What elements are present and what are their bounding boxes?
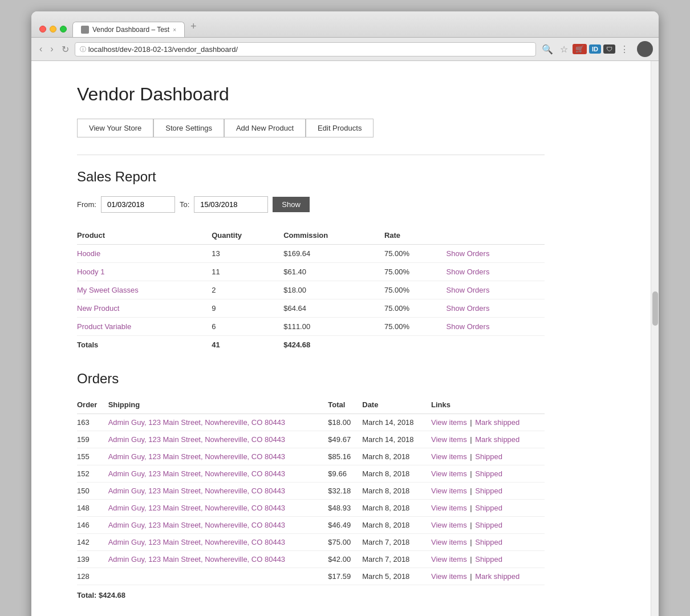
tab-title: Vendor Dashboard – Test [92, 26, 169, 34]
link-separator: | [470, 555, 474, 564]
sales-quantity: 13 [212, 245, 283, 263]
sales-product-name[interactable]: Product Variable [77, 318, 212, 336]
link-separator: | [470, 538, 474, 546]
sales-action[interactable]: Show Orders [447, 281, 545, 299]
order-number: 159 [77, 431, 108, 448]
view-items-link[interactable]: View items [431, 435, 467, 444]
order-number: 163 [77, 414, 108, 431]
sales-rate: 75.00% [384, 318, 447, 336]
sales-table-row: My Sweet Glasses 2 $18.00 75.00% Show Or… [77, 281, 545, 299]
browser-titlebar: Vendor Dashboard – Test × + [31, 11, 659, 38]
sales-commission: $169.64 [283, 245, 384, 263]
minimize-button[interactable] [50, 26, 56, 33]
order-total: $17.59 [328, 568, 362, 585]
view-store-button[interactable]: View Your Store [77, 119, 153, 137]
mark-shipped-link[interactable]: Mark shipped [475, 435, 519, 444]
traffic-lights [39, 26, 67, 37]
view-items-link[interactable]: View items [431, 418, 467, 427]
scrollbar-thumb[interactable] [652, 291, 658, 326]
security-icon: ⓘ [80, 45, 86, 54]
user-avatar[interactable] [637, 41, 653, 57]
order-date: March 14, 2018 [362, 431, 431, 448]
view-items-link[interactable]: View items [431, 538, 467, 546]
order-shipping: Admin Guy, 123 Main Street, Nowhereville… [108, 431, 328, 448]
link-separator: | [470, 452, 474, 461]
from-date-input[interactable] [101, 196, 175, 213]
order-total: $75.00 [328, 534, 362, 551]
order-links: View items | Shipped [431, 517, 545, 534]
back-button[interactable]: ‹ [37, 43, 44, 55]
sales-product-name[interactable]: Hoodie [77, 245, 212, 263]
order-shipping: Admin Guy, 123 Main Street, Nowhereville… [108, 517, 328, 534]
order-shipping: Admin Guy, 123 Main Street, Nowhereville… [108, 483, 328, 500]
mark-shipped-link[interactable]: Mark shipped [475, 572, 519, 581]
sales-product-name[interactable]: My Sweet Glasses [77, 281, 212, 299]
shipped-status: Shipped [475, 521, 502, 529]
edit-products-button[interactable]: Edit Products [306, 119, 374, 137]
view-items-link[interactable]: View items [431, 487, 467, 495]
browser-tab[interactable]: Vendor Dashboard – Test × [72, 22, 185, 37]
order-total: $49.67 [328, 431, 362, 448]
orders-col-links: Links [431, 396, 545, 414]
orders-table: Order Shipping Total Date Links 163 Admi… [77, 396, 545, 603]
close-button[interactable] [39, 26, 46, 33]
bookmark-icon[interactable]: ☆ [558, 43, 570, 56]
sales-action[interactable]: Show Orders [447, 263, 545, 281]
browser-window: Vendor Dashboard – Test × + ‹ › ↻ ⓘ loca… [31, 11, 659, 616]
shipped-status: Shipped [475, 452, 502, 461]
address-bar[interactable]: ⓘ localhost/dev-2018-02-13/vendor_dashbo… [75, 42, 536, 56]
orders-table-row: 139 Admin Guy, 123 Main Street, Nowherev… [77, 551, 545, 568]
sales-product-name[interactable]: Hoody 1 [77, 263, 212, 281]
view-items-link[interactable]: View items [431, 452, 467, 461]
order-number: 128 [77, 568, 108, 585]
search-icon[interactable]: 🔍 [539, 43, 555, 56]
to-date-input[interactable] [194, 196, 268, 213]
view-items-link[interactable]: View items [431, 504, 467, 512]
extension-icon[interactable]: 🛡 [603, 44, 615, 54]
new-tab-button[interactable]: + [185, 17, 202, 37]
forward-button[interactable]: › [48, 43, 55, 55]
sales-action[interactable]: Show Orders [447, 318, 545, 336]
order-shipping: Admin Guy, 123 Main Street, Nowhereville… [108, 534, 328, 551]
sales-action[interactable]: Show Orders [447, 245, 545, 263]
order-total: $85.16 [328, 448, 362, 465]
order-number: 155 [77, 448, 108, 465]
store-settings-button[interactable]: Store Settings [153, 119, 224, 137]
view-items-link[interactable]: View items [431, 521, 467, 529]
order-total: $48.93 [328, 500, 362, 517]
order-links: View items | Shipped [431, 551, 545, 568]
cart-icon[interactable]: 🛒 [573, 44, 587, 54]
order-shipping: Admin Guy, 123 Main Street, Nowhereville… [108, 500, 328, 517]
order-number: 142 [77, 534, 108, 551]
maximize-button[interactable] [60, 26, 67, 33]
view-items-link[interactable]: View items [431, 572, 467, 581]
orders-table-row: 159 Admin Guy, 123 Main Street, Nowherev… [77, 431, 545, 448]
order-date: March 8, 2018 [362, 465, 431, 483]
sales-action[interactable]: Show Orders [447, 299, 545, 318]
show-button[interactable]: Show [273, 197, 310, 212]
orders-table-row: 152 Admin Guy, 123 Main Street, Nowherev… [77, 465, 545, 483]
refresh-button[interactable]: ↻ [59, 43, 71, 56]
sales-rate: 75.00% [384, 245, 447, 263]
orders-total-row: Total: $424.68 [77, 585, 545, 604]
totals-label: Totals [77, 336, 212, 354]
tab-close-button[interactable]: × [173, 27, 176, 33]
link-separator: | [470, 572, 474, 581]
order-date: March 8, 2018 [362, 500, 431, 517]
view-items-link[interactable]: View items [431, 555, 467, 564]
add-product-button[interactable]: Add New Product [224, 119, 306, 137]
sales-product-name[interactable]: New Product [77, 299, 212, 318]
id-icon[interactable]: ID [589, 44, 601, 54]
order-total: $46.49 [328, 517, 362, 534]
order-date: March 8, 2018 [362, 483, 431, 500]
order-date: March 5, 2018 [362, 568, 431, 585]
view-items-link[interactable]: View items [431, 469, 467, 478]
mark-shipped-link[interactable]: Mark shipped [475, 418, 519, 427]
order-total: $9.66 [328, 465, 362, 483]
sales-rate: 75.00% [384, 263, 447, 281]
order-number: 152 [77, 465, 108, 483]
menu-icon[interactable]: ⋮ [618, 43, 631, 56]
link-separator: | [470, 418, 474, 427]
scrollbar-track[interactable] [651, 61, 659, 616]
order-date: March 14, 2018 [362, 414, 431, 431]
